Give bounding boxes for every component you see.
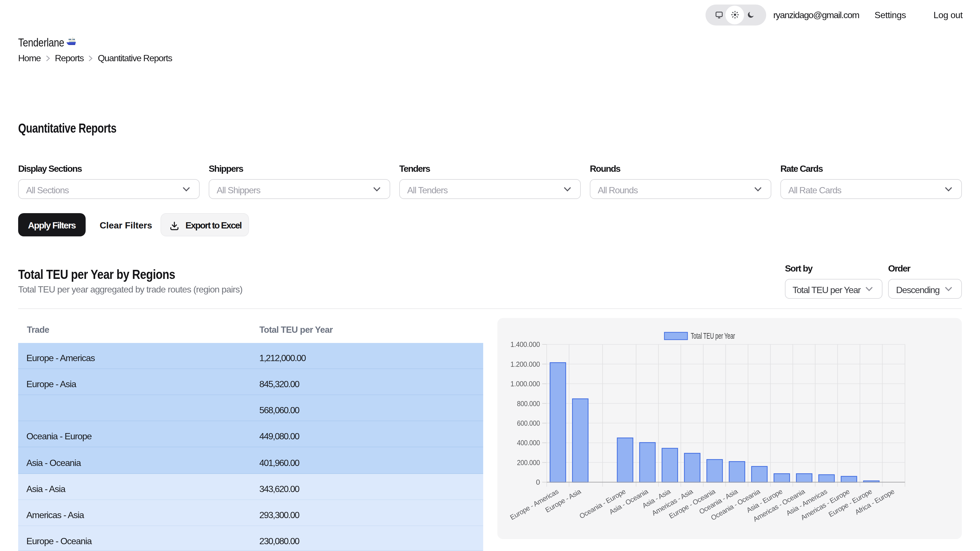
svg-text:800.000: 800.000 <box>517 399 540 408</box>
svg-text:1.400.000: 1.400.000 <box>511 340 540 349</box>
svg-text:400.000: 400.000 <box>517 439 540 447</box>
svg-text:0: 0 <box>536 478 540 487</box>
svg-text:1.000.000: 1.000.000 <box>511 380 540 388</box>
svg-text:600.000: 600.000 <box>517 419 540 428</box>
svg-text:Africa - Europe: Africa - Europe <box>854 488 896 516</box>
svg-text:200.000: 200.000 <box>517 459 540 467</box>
svg-text:Total TEU per Year: Total TEU per Year <box>691 332 735 341</box>
svg-text:1.200.000: 1.200.000 <box>511 360 540 368</box>
